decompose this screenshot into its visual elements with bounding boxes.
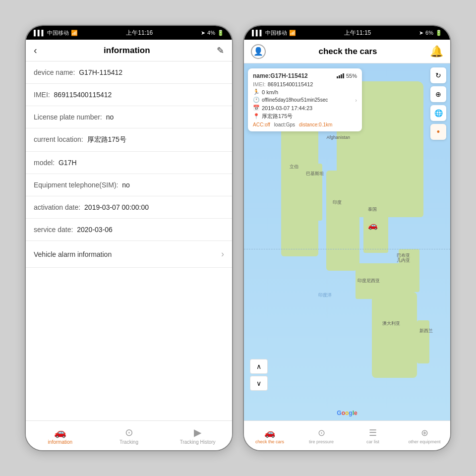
map-down-button[interactable]: ∨	[250, 376, 268, 391]
value-service: 2020-03-06	[77, 226, 113, 234]
value-location: 厚宏路175号	[87, 135, 126, 144]
popup-speed: 0 km/h	[262, 89, 278, 95]
other-tab-icon: ⊛	[421, 427, 428, 438]
map-label-pakistan: 巴基斯坦	[306, 171, 324, 177]
field-location: current location: 厚宏路175号	[26, 128, 232, 152]
carrier-left: 中国移动	[47, 29, 69, 37]
map-label-thailand: 泰国	[368, 206, 377, 213]
info-list: device name: G17H-115412 IMEI: 869115400…	[26, 61, 232, 420]
map-label-india: 印度	[333, 199, 342, 206]
status-bar-right: ▌▌▌ 中国移动 📶 上午11:15 ➤ 6% 🔋	[244, 26, 450, 40]
edit-button[interactable]: ✎	[217, 45, 224, 56]
app-container: ▌▌▌ 中国移动 📶 上午11:16 ➤ 4% 🔋 ‹ information …	[0, 0, 476, 476]
label-service: service date:	[34, 226, 75, 234]
car-icon-tab: 🚗	[54, 426, 66, 438]
map-label-australia: 澳大利亚	[382, 320, 400, 327]
tab-carlist[interactable]: ☰ car list	[347, 421, 399, 450]
calendar-icon: 📅	[253, 105, 260, 111]
tab-carlist-label: car list	[366, 439, 379, 444]
tab-tracking[interactable]: ⊙ Tracking	[95, 421, 164, 450]
battery-icon-left: 🔋	[217, 30, 224, 36]
time-right: 上午11:15	[344, 29, 371, 37]
phone-left: ▌▌▌ 中国移动 📶 上午11:16 ➤ 4% 🔋 ‹ information …	[25, 25, 233, 451]
back-button[interactable]: ‹	[34, 45, 37, 56]
popup-chevron: ›	[355, 97, 357, 103]
tab-tire-label: tire pressure	[309, 439, 334, 444]
popup-imei: 869115400115412	[268, 81, 313, 87]
wifi-icon-right: 📶	[289, 30, 296, 36]
map-popup: name:G17H-115412 55% IMEI:	[248, 68, 362, 131]
map-label-indian-ocean: 印度洋	[318, 292, 332, 298]
tab-bar-right: 🚗 check the cars ⊙ tire pressure ☰ car l…	[244, 420, 450, 450]
field-activation: activation date: 2019-03-07 00:00:00	[26, 196, 232, 219]
value-activation: 2019-03-07 00:00:00	[84, 203, 149, 211]
time-left: 上午11:16	[126, 29, 153, 37]
label-model: model:	[34, 159, 57, 167]
signal-icon-right: ▌▌▌	[252, 30, 263, 36]
speed-icon: 🏃	[253, 89, 260, 95]
field-device-name: device name: G17H-115412	[26, 61, 232, 84]
map-label-indonesia: 印度尼西亚	[357, 278, 380, 284]
map-page-title: check the cars	[318, 47, 377, 57]
wifi-icon-left: 📶	[71, 30, 78, 36]
value-imei: 869115400115412	[54, 91, 112, 99]
signal-bars	[337, 73, 344, 78]
field-license: License plate number: no	[26, 106, 232, 128]
tab-information[interactable]: 🚗 information	[26, 421, 95, 450]
phone-right: ▌▌▌ 中国移动 📶 上午11:15 ➤ 6% 🔋 👤 check the ca…	[243, 25, 451, 451]
car-tab-icon: 🚗	[264, 427, 275, 438]
tracking-icon-tab: ⊙	[125, 426, 133, 438]
popup-offline: offline5day18hour51min25sec	[262, 97, 328, 103]
value-sim: no	[122, 181, 130, 189]
signal-icon-left: ▌▌▌	[34, 30, 45, 36]
profile-icon[interactable]: 👤	[251, 44, 266, 59]
popup-location: 厚宏路175号	[262, 113, 293, 120]
globe-button[interactable]: 🌐	[430, 105, 446, 121]
history-icon-tab: ▶	[194, 426, 201, 438]
field-model: model: G17H	[26, 152, 232, 174]
carrier-right: 中国移动	[265, 29, 287, 37]
battery-left: 4%	[207, 30, 215, 36]
refresh-button[interactable]: ↻	[430, 67, 446, 83]
toggle-button[interactable]: •	[430, 124, 446, 140]
clock-icon: 🕐	[253, 97, 260, 103]
label-device-name: device name:	[34, 68, 77, 76]
tab-check-cars-label: check the cars	[255, 439, 284, 444]
tab-tire[interactable]: ⊙ tire pressure	[296, 421, 347, 450]
map-up-button[interactable]: ∧	[250, 359, 268, 374]
tab-other-label: other equipment	[408, 439, 440, 444]
tab-check-cars[interactable]: 🚗 check the cars	[244, 421, 296, 450]
map-nav-buttons: ∧ ∨	[250, 359, 268, 391]
battery-right: 6%	[425, 30, 433, 36]
tab-information-label: information	[48, 439, 72, 445]
gps-icon-right: ➤	[419, 30, 423, 36]
popup-signal-pct: 55%	[346, 73, 357, 79]
field-imei: IMEI: 869115400115412	[26, 84, 232, 106]
popup-acc: ACC:off	[253, 122, 270, 127]
map-area[interactable]: Afghanistan 印度 泰国 印度尼西亚 巴布亚几内亚 澳大利亚 新西兰 …	[244, 63, 450, 420]
status-bar-left: ▌▌▌ 中国移动 📶 上午11:16 ➤ 4% 🔋	[26, 26, 232, 40]
page-title-left: information	[104, 46, 150, 56]
chevron-right-icon: ›	[221, 249, 224, 259]
tab-bar-left: 🚗 information ⊙ Tracking ▶ Tracking Hist…	[26, 420, 232, 450]
nav-header-right: 👤 check the cars 🔔	[244, 40, 450, 63]
map-label-papua: 巴布亚几内亚	[397, 253, 410, 264]
bell-icon[interactable]: 🔔	[430, 45, 443, 58]
alarm-row[interactable]: Vehicle alarm information ›	[26, 241, 232, 268]
tab-history[interactable]: ▶ Tracking History	[163, 421, 232, 450]
map-label-afghanistan: Afghanistan	[326, 135, 350, 140]
label-location: current location:	[34, 135, 85, 144]
popup-datetime: 2019-03-07 17:44:23	[262, 105, 312, 111]
carlist-tab-icon: ☰	[369, 427, 377, 438]
locate-button[interactable]: ⊕	[430, 86, 446, 102]
label-activation: activation date:	[34, 203, 82, 211]
popup-distance: distance:0.1km	[299, 122, 332, 127]
tab-other[interactable]: ⊛ other equipment	[399, 421, 450, 450]
gps-icon-left: ➤	[201, 30, 205, 36]
tire-tab-icon: ⊙	[318, 427, 325, 438]
value-device-name: G17H-115412	[79, 68, 122, 76]
battery-icon-right: 🔋	[435, 30, 442, 36]
popup-imei-label: IMEI:	[253, 81, 266, 87]
map-divider	[244, 249, 450, 249]
alarm-label: Vehicle alarm information	[34, 250, 112, 258]
